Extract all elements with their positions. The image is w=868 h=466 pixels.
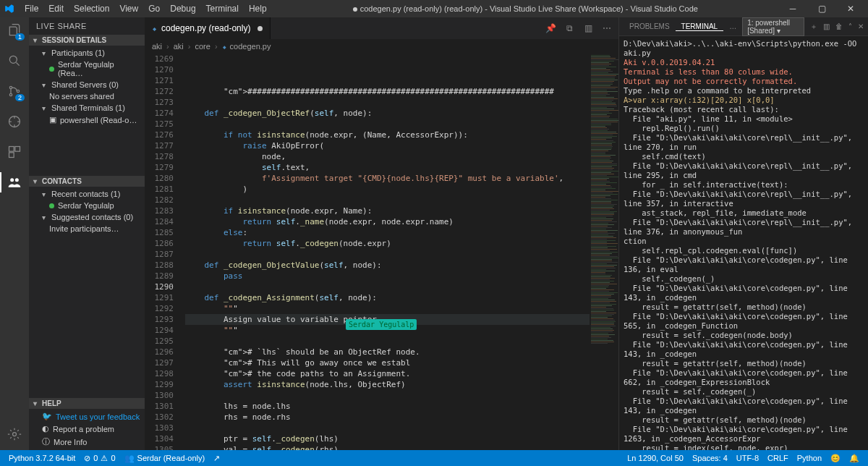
menu-edit[interactable]: Edit [44,2,68,15]
vscode-icon [4,4,14,14]
status-errors[interactable]: ⊘ 0 ⚠ 0 [80,454,119,463]
svg-point-9 [15,178,19,182]
status-spaces[interactable]: Spaces: 4 [688,454,732,462]
sidebar-item-no-servers: No servers shared [29,90,145,102]
live-cursor-badge: Serdar Yegulalp [346,319,417,330]
maximize-panel-icon[interactable]: ˄ [848,22,852,30]
tab-codegen[interactable]: ⬥ codegen.py (read-only) [145,17,271,39]
sidebar-help-report[interactable]: ◐Report a problem [29,423,145,435]
debug-icon[interactable] [6,113,23,130]
status-liveshare[interactable]: 👥 Serdar (Read-only) [120,454,210,463]
terminal-selector[interactable]: 1: powershell [Shared] ▾ [742,17,804,36]
code-area[interactable]: Serdar Yegulalp "cm">###################… [181,54,590,450]
menu-selection[interactable]: Selection [69,2,114,15]
kill-terminal-icon[interactable]: 🗑 [835,22,843,30]
svg-point-2 [9,93,12,96]
sidebar-item-shared-servers[interactable]: ▾Shared Servers (0) [29,79,145,90]
svg-rect-5 [9,147,14,152]
editor-group: ⬥ codegen.py (read-only) 📌 ⧉ ▥ ⋯ aki› ak… [145,17,618,450]
extensions-icon[interactable] [6,143,23,161]
pin-icon[interactable]: 📌 [545,23,556,33]
sidebar-item-suggested-contacts[interactable]: ▾Suggested contacts (0) [29,211,145,223]
status-ln-col[interactable]: Ln 1290, Col 50 [623,454,688,462]
sidebar: LIVE SHARE ▾SESSION DETAILS ▾Participant… [29,17,145,450]
new-terminal-icon[interactable]: ＋ [810,22,817,32]
github-icon: ◐ [42,424,49,433]
section-help[interactable]: ▾HELP [29,398,145,409]
svg-rect-6 [15,147,20,152]
editor[interactable]: 1269127012711272127312741275127612771278… [145,54,618,450]
window-title: codegen.py (read-only) (read-only) - Vis… [271,4,780,13]
svg-point-0 [9,56,17,63]
twitter-icon: 🐦 [42,412,52,421]
more-icon[interactable]: ⋯ [601,23,613,33]
activity-bar: 1 2 [0,17,29,450]
presence-dot-icon [49,203,54,208]
titlebar: File Edit Selection View Go Debug Termin… [0,0,868,17]
settings-icon[interactable] [6,425,23,443]
menu-terminal[interactable]: Terminal [202,2,243,15]
panel: PROBLEMS TERMINAL … 1: powershell [Share… [618,17,868,450]
terminal-output[interactable]: D:\Dev\aki\aki>..\..\aki-env\Scripts\pyt… [619,36,868,450]
python-file-icon: ⬥ [152,23,157,33]
window-close[interactable]: ✕ [838,1,864,17]
panel-tab-more[interactable]: … [723,22,742,30]
menu-help[interactable]: Help [244,2,271,15]
sidebar-item-participant[interactable]: Serdar Yegulalp (Rea… [29,59,145,79]
sidebar-item-shared-terminals[interactable]: ▾Shared Terminals (1) [29,102,145,114]
sidebar-title: LIVE SHARE [29,17,145,35]
sidebar-help-tweet[interactable]: 🐦Tweet us your feedback [29,410,145,423]
sidebar-item-participants[interactable]: ▾Participants (1) [29,47,145,59]
search-icon[interactable] [6,52,23,69]
status-notifications-icon[interactable]: 🔔 [845,454,864,463]
info-icon: ⓘ [42,436,50,447]
menu-file[interactable]: File [20,2,43,15]
terminal-icon: ▣ [49,115,56,124]
presence-dot-icon [49,67,54,72]
section-contacts[interactable]: ▾CONTACTS [29,176,145,187]
minimap[interactable] [590,54,618,450]
sidebar-item-recent-contacts[interactable]: ▾Recent contacts (1) [29,188,145,200]
sidebar-item-terminal[interactable]: ▣powershell (Read-o… [29,114,145,126]
svg-point-8 [10,178,14,182]
menu-debug[interactable]: Debug [166,2,200,15]
explorer-icon[interactable]: 1 [6,22,23,39]
modified-dot-icon [258,26,263,31]
status-share-icon[interactable]: ↗ [209,454,224,463]
split-icon[interactable]: ▥ [582,23,594,33]
panel-tab-problems[interactable]: PROBLEMS [624,22,676,30]
sidebar-help-info[interactable]: ⓘMore Info [29,435,145,449]
status-eol[interactable]: CRLF [763,454,793,462]
sidebar-item-invite[interactable]: Invite participants… [29,223,145,234]
breadcrumb[interactable]: aki› aki› core› ⬥codegen.py [145,39,618,54]
close-panel-icon[interactable]: ✕ [858,22,864,30]
window-minimize[interactable]: ─ [780,1,806,17]
section-session-details[interactable]: ▾SESSION DETAILS [29,35,145,46]
status-lang[interactable]: Python [793,454,826,462]
menu-view[interactable]: View [115,2,142,15]
status-feedback-icon[interactable]: 😊 [826,454,845,463]
status-python[interactable]: Python 3.7.2 64-bit [4,454,80,462]
liveshare-icon[interactable] [6,174,23,191]
compare-icon[interactable]: ⧉ [563,23,575,33]
window-maximize[interactable]: ▢ [809,1,835,17]
gutter: 1269127012711272127312741275127612771278… [145,54,181,450]
sidebar-item-contact[interactable]: Serdar Yegulalp [29,200,145,211]
status-encoding[interactable]: UTF-8 [732,454,763,462]
source-control-icon[interactable]: 2 [6,82,23,100]
svg-point-10 [13,433,17,436]
panel-tab-terminal[interactable]: TERMINAL [676,22,724,31]
svg-point-1 [9,86,12,88]
menu-bar: File Edit Selection View Go Debug Termin… [20,2,271,15]
tab-bar: ⬥ codegen.py (read-only) 📌 ⧉ ▥ ⋯ [145,17,618,39]
status-bar: Python 3.7.2 64-bit ⊘ 0 ⚠ 0 👥 Serdar (Re… [0,450,868,466]
split-terminal-icon[interactable]: ▥ [823,22,830,30]
menu-go[interactable]: Go [144,2,164,15]
svg-rect-7 [9,153,14,158]
